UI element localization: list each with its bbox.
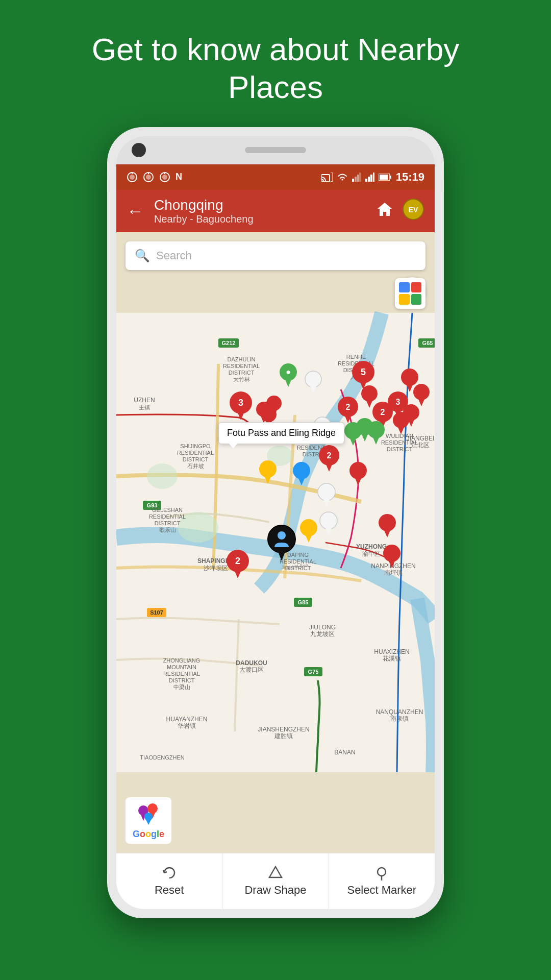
svg-text:主镇: 主镇 bbox=[139, 404, 150, 410]
svg-rect-12 bbox=[355, 177, 357, 182]
google-logo: Google bbox=[126, 797, 171, 844]
svg-marker-155 bbox=[278, 552, 285, 561]
svg-text:江北区: 江北区 bbox=[411, 442, 430, 449]
draw-shape-label: Draw Shape bbox=[244, 884, 306, 897]
svg-text:3: 3 bbox=[396, 398, 400, 406]
svg-text:歌乐山: 歌乐山 bbox=[159, 527, 176, 533]
yellow-marker-1[interactable] bbox=[258, 459, 278, 486]
svg-text:TIAODENGZHEN: TIAODENGZHEN bbox=[140, 754, 184, 761]
svg-text:大竹林: 大竹林 bbox=[233, 376, 250, 382]
status-icon-cam1 bbox=[127, 172, 138, 183]
red-marker-right3[interactable] bbox=[392, 411, 410, 436]
avatar-marker[interactable] bbox=[267, 524, 296, 563]
cluster-marker-3[interactable]: 3 bbox=[229, 390, 253, 422]
svg-point-149 bbox=[300, 519, 317, 536]
green-marker-1[interactable]: ● bbox=[279, 362, 298, 389]
svg-text:UZHEN: UZHEN bbox=[134, 397, 155, 404]
red-marker-bottom-center[interactable] bbox=[348, 461, 368, 487]
svg-marker-162 bbox=[389, 561, 395, 568]
ev-button[interactable]: EV bbox=[402, 198, 424, 224]
battery-icon bbox=[379, 174, 392, 181]
svg-text:南坪镇: 南坪镇 bbox=[384, 569, 403, 576]
svg-text:G65: G65 bbox=[422, 340, 433, 346]
white-marker-1[interactable] bbox=[304, 370, 322, 396]
svg-text:JIANGBEI: JIANGBEI bbox=[407, 435, 435, 442]
svg-text:G75: G75 bbox=[308, 669, 319, 675]
blue-marker-1[interactable] bbox=[292, 461, 311, 487]
select-marker-label: Select Marker bbox=[347, 884, 416, 897]
svg-marker-152 bbox=[325, 528, 332, 535]
bottom-toolbar: Reset Draw Shape Select Marker bbox=[116, 853, 435, 909]
phone-frame: N 15:19 ← Chongqing Nearby - Baguocheng bbox=[107, 127, 444, 918]
svg-marker-146 bbox=[355, 478, 361, 485]
svg-text:S107: S107 bbox=[150, 609, 163, 616]
search-icon: 🔍 bbox=[135, 249, 150, 263]
svg-text:建胜镇: 建胜镇 bbox=[274, 732, 293, 740]
svg-text:九龙坡区: 九龙坡区 bbox=[310, 630, 335, 638]
reset-button[interactable]: Reset bbox=[116, 853, 222, 909]
svg-marker-138 bbox=[398, 427, 404, 434]
svg-text:2: 2 bbox=[235, 556, 240, 566]
svg-rect-11 bbox=[352, 179, 354, 182]
svg-marker-14 bbox=[359, 173, 361, 182]
header-city-name: Chongqing bbox=[154, 197, 377, 213]
draw-shape-button[interactable]: Draw Shape bbox=[222, 853, 329, 909]
svg-point-151 bbox=[320, 512, 337, 529]
reset-label: Reset bbox=[155, 884, 184, 897]
green-cluster-3[interactable] bbox=[366, 420, 386, 447]
svg-point-137 bbox=[393, 412, 409, 428]
svg-point-109 bbox=[305, 371, 321, 387]
svg-point-7 bbox=[162, 175, 167, 180]
svg-text:DISTRICT: DISTRICT bbox=[169, 677, 195, 683]
svg-point-161 bbox=[383, 545, 400, 562]
status-left-icons: N bbox=[127, 172, 182, 183]
status-icon-cam2 bbox=[143, 172, 154, 183]
svg-rect-21 bbox=[390, 176, 391, 179]
svg-point-143 bbox=[293, 462, 310, 479]
svg-text:GELESHAN: GELESHAN bbox=[152, 507, 183, 513]
yellow-marker-2[interactable] bbox=[299, 518, 318, 545]
select-marker-button[interactable]: Select Marker bbox=[329, 853, 435, 909]
red-marker-far-right[interactable] bbox=[412, 383, 431, 408]
svg-marker-134 bbox=[326, 464, 332, 472]
svg-text:BANAN: BANAN bbox=[334, 749, 355, 756]
cluster-2-lower-left[interactable]: 2 bbox=[226, 549, 250, 580]
signal-icon bbox=[352, 173, 361, 182]
red-marker-lower-right[interactable] bbox=[378, 513, 397, 540]
back-button[interactable]: ← bbox=[127, 201, 144, 221]
home-button[interactable] bbox=[377, 202, 393, 220]
svg-point-139 bbox=[413, 384, 430, 400]
search-bar[interactable]: 🔍 Search bbox=[126, 241, 425, 270]
camera-dot bbox=[132, 143, 146, 157]
svg-text:5: 5 bbox=[361, 367, 366, 377]
map-area[interactable]: G212 G93 G85 S107 G75 G65 UZHEN 主镇 bbox=[116, 232, 435, 853]
svg-rect-16 bbox=[368, 177, 370, 182]
svg-rect-13 bbox=[357, 175, 359, 182]
svg-marker-160 bbox=[384, 530, 390, 537]
svg-text:●: ● bbox=[286, 368, 291, 376]
red-marker-far-lower-right[interactable] bbox=[382, 544, 402, 570]
svg-text:NANQUANZHEN: NANQUANZHEN bbox=[376, 708, 423, 716]
svg-text:HUAXIZHEN: HUAXIZHEN bbox=[374, 648, 409, 655]
white-marker-bottom[interactable] bbox=[317, 482, 336, 509]
svg-text:中梁山: 中梁山 bbox=[173, 684, 190, 690]
svg-text:南泉镇: 南泉镇 bbox=[390, 715, 409, 722]
svg-text:MOUNTAIN: MOUNTAIN bbox=[167, 664, 196, 670]
svg-point-171 bbox=[147, 803, 158, 814]
svg-point-1 bbox=[130, 175, 135, 180]
cluster-2b[interactable]: 2 bbox=[318, 444, 340, 474]
white-marker-lower[interactable] bbox=[319, 511, 338, 537]
status-icon-cam3 bbox=[159, 172, 170, 183]
svg-point-26 bbox=[147, 463, 178, 489]
signal2-icon bbox=[365, 173, 374, 182]
svg-text:DISTRICT: DISTRICT bbox=[155, 520, 181, 526]
status-bar: N 15:19 bbox=[116, 164, 435, 190]
svg-text:RESIDENTIAL: RESIDENTIAL bbox=[177, 450, 214, 456]
svg-marker-110 bbox=[310, 386, 316, 394]
svg-point-176 bbox=[378, 868, 386, 876]
status-time: 15:19 bbox=[396, 170, 424, 184]
speaker-bar bbox=[245, 147, 306, 153]
app-header: ← Chongqing Nearby - Baguocheng EV bbox=[116, 190, 435, 232]
google-maps-widget[interactable] bbox=[395, 278, 425, 309]
svg-rect-18 bbox=[373, 173, 374, 182]
